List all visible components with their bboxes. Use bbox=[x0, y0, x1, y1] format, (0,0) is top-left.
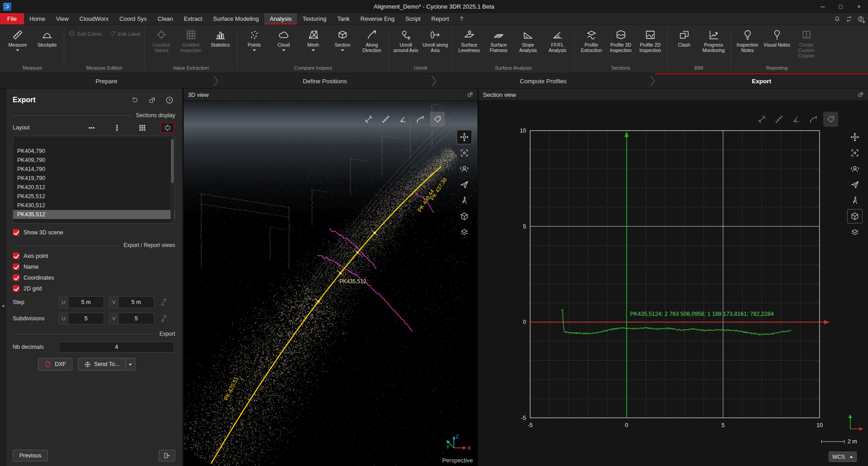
menu-tank[interactable]: Tank bbox=[332, 13, 355, 24]
menu-report[interactable]: Report bbox=[426, 13, 454, 24]
ribbon-measure-button[interactable]: Measure bbox=[3, 28, 32, 52]
account-button[interactable] bbox=[857, 15, 864, 23]
section-list-item[interactable]: PK419,790 bbox=[13, 174, 175, 183]
nav-orbit-button[interactable] bbox=[457, 130, 472, 144]
menu-analysis[interactable]: Analysis bbox=[264, 13, 297, 24]
menu-home[interactable]: Home bbox=[24, 13, 51, 24]
ribbon-clash-button[interactable]: Clash bbox=[670, 28, 699, 49]
subdivisions-v-field[interactable]: V 5 bbox=[109, 313, 154, 324]
3d-viewport[interactable]: PK435,512PK 437,38PK 438,44PK 420,51 XZY… bbox=[184, 101, 477, 466]
ribbon-visual-notes-button[interactable]: Visual Notes bbox=[763, 28, 792, 49]
undock-3d-view-icon[interactable] bbox=[467, 91, 473, 98]
section-list-item[interactable]: PK430,512 bbox=[13, 201, 175, 210]
ribbon-inspection-notes-button[interactable]: Inspection Notes bbox=[733, 28, 762, 54]
notifications-bell-button[interactable] bbox=[834, 15, 841, 23]
ribbon-profile-2d-inspection-button[interactable]: Profile 2D Inspection bbox=[636, 28, 665, 54]
ribbon-fffl-analysis-button[interactable]: FF/FL Analysis bbox=[543, 28, 572, 54]
subdivisions-link-icon[interactable] bbox=[160, 315, 167, 322]
nav-walk-button[interactable] bbox=[847, 193, 863, 208]
menu-reverse-eng[interactable]: Reverse Eng bbox=[355, 13, 400, 24]
ribbon-surface-levelness-button[interactable]: Surface Levelness bbox=[455, 28, 484, 54]
ribbon-along-direction-button[interactable]: Along Direction bbox=[358, 28, 386, 54]
send-to-button[interactable]: Send To... bbox=[78, 358, 125, 371]
menu-script[interactable]: Script bbox=[400, 13, 426, 24]
ribbon-edit-colors-button[interactable]: Edit Colors bbox=[67, 29, 104, 38]
layout-rows-button[interactable] bbox=[85, 122, 98, 133]
nav-layer-flip-button[interactable] bbox=[457, 225, 472, 239]
reset-button[interactable] bbox=[129, 94, 141, 106]
ribbon-gridded-inspection-button[interactable]: Gridded Inspection bbox=[176, 28, 205, 54]
step-u-field[interactable]: U 5 m bbox=[59, 296, 104, 308]
subdivisions-u-field[interactable]: U 5 bbox=[59, 313, 104, 324]
tool-measure-distance-button[interactable] bbox=[361, 112, 376, 127]
step-link-icon[interactable] bbox=[160, 299, 167, 306]
maximize-button[interactable]: □ bbox=[832, 0, 850, 13]
sync-button[interactable] bbox=[845, 15, 853, 23]
ribbon-statistics-button[interactable]: Statistics bbox=[206, 28, 235, 49]
dxf-button[interactable]: DXF bbox=[38, 358, 72, 371]
ribbon-profile-3d-inspection-button[interactable]: Profile 3D Inspection bbox=[606, 28, 635, 54]
show-3d-scene-checkbox[interactable]: Show 3D scene bbox=[13, 229, 175, 236]
nav-cube-view-button[interactable] bbox=[847, 209, 863, 223]
checkbox-name[interactable]: Name bbox=[13, 263, 175, 270]
menu-extract[interactable]: Extract bbox=[178, 13, 207, 24]
nav-examine-button[interactable] bbox=[457, 162, 472, 176]
layout-single-button[interactable] bbox=[161, 122, 174, 133]
section-list-item[interactable]: PK409,790 bbox=[13, 156, 175, 165]
checkbox-2d-grid[interactable]: 2D grid bbox=[13, 285, 175, 292]
export-report-button[interactable] bbox=[159, 450, 175, 461]
menu-cloudworx[interactable]: CloudWorx bbox=[74, 13, 114, 24]
step-v-field[interactable]: V 5 m bbox=[109, 296, 154, 308]
ribbon-surface-flatness-button[interactable]: Surface Flatness bbox=[484, 28, 513, 54]
section-list-item[interactable]: PK420,512 bbox=[13, 183, 175, 192]
previous-button[interactable]: Previous bbox=[13, 450, 48, 461]
ribbon-edit-label-button[interactable]: Edit Label bbox=[107, 29, 142, 38]
ribbon-unroll-around-axis-button[interactable]: Unroll around Axis bbox=[391, 28, 420, 54]
nav-zoom-fit-button[interactable] bbox=[457, 146, 472, 160]
section-list-item[interactable]: PK435,512 bbox=[13, 210, 175, 219]
tool-tag-button[interactable] bbox=[430, 112, 445, 127]
scrollbar-thumb[interactable] bbox=[171, 139, 174, 183]
workflow-step-export[interactable]: Export bbox=[655, 73, 868, 88]
menu-help[interactable]: ? bbox=[454, 13, 468, 24]
section-viewport[interactable]: 1050-5-50510PK435,5124; 2 763 508,0958; … bbox=[479, 101, 868, 466]
ribbon-stockpile-button[interactable]: Stockpile bbox=[33, 28, 62, 49]
undock-section-view-icon[interactable] bbox=[858, 91, 864, 98]
ribbon-progress-monitoring-button[interactable]: Progress Monitoring bbox=[699, 28, 728, 54]
minimize-button[interactable]: ─ bbox=[814, 0, 832, 13]
nav-layer-flip-button[interactable] bbox=[847, 225, 863, 239]
nav-examine-button[interactable] bbox=[847, 162, 863, 176]
help-button[interactable]: ? bbox=[163, 94, 175, 106]
tool-measure-curve-button[interactable] bbox=[806, 112, 821, 127]
section-list-item[interactable]: PK414,790 bbox=[13, 165, 175, 174]
titlebar[interactable]: Alignment_Demo* - Cyclone 3DR 2025.1 Bet… bbox=[0, 0, 868, 13]
tool-tag-button[interactable] bbox=[823, 112, 838, 127]
nav-cube-view-button[interactable] bbox=[457, 209, 472, 223]
nav-fly-button[interactable] bbox=[457, 177, 472, 192]
tool-measure-distance-button[interactable] bbox=[754, 112, 769, 127]
ribbon-profile-extraction-button[interactable]: Profile Extraction bbox=[577, 28, 606, 54]
close-button[interactable]: × bbox=[850, 0, 868, 13]
layout-grid-button[interactable] bbox=[135, 122, 149, 133]
ribbon-slope-analysis-button[interactable]: Slope Analysis bbox=[514, 28, 543, 54]
workflow-step-define-positions[interactable]: Define Positions bbox=[219, 73, 432, 88]
tool-measure-curve-button[interactable] bbox=[413, 112, 428, 127]
menu-texturing[interactable]: Texturing bbox=[297, 13, 332, 24]
send-to-dropdown-button[interactable] bbox=[125, 358, 135, 371]
nav-walk-button[interactable] bbox=[457, 193, 472, 208]
layout-columns-button[interactable] bbox=[110, 122, 124, 133]
workflow-step-prepare[interactable]: Prepare bbox=[0, 73, 213, 88]
ribbon-unroll-along-axis-button[interactable]: Unroll along Axis bbox=[421, 28, 450, 54]
checkbox-axis-point[interactable]: Axis point bbox=[13, 252, 175, 259]
nav-fly-button[interactable] bbox=[847, 177, 863, 192]
menu-coord-sys[interactable]: Coord Sys bbox=[114, 13, 153, 24]
menu-file[interactable]: File bbox=[0, 13, 24, 24]
tool-measure-grid-button[interactable] bbox=[378, 112, 393, 127]
nav-orbit-button[interactable] bbox=[847, 130, 863, 144]
undock-panel-button[interactable] bbox=[146, 94, 158, 106]
projection-label[interactable]: Perspective bbox=[442, 457, 473, 464]
ribbon-mesh-button[interactable]: Mesh bbox=[299, 28, 328, 52]
panel-collapse-handle[interactable]: ◄ bbox=[0, 300, 6, 312]
sections-list[interactable]: PK404,790PK409,790PK414,790PK419,790PK42… bbox=[13, 136, 175, 223]
wcs-selector[interactable]: WCS bbox=[829, 452, 857, 462]
